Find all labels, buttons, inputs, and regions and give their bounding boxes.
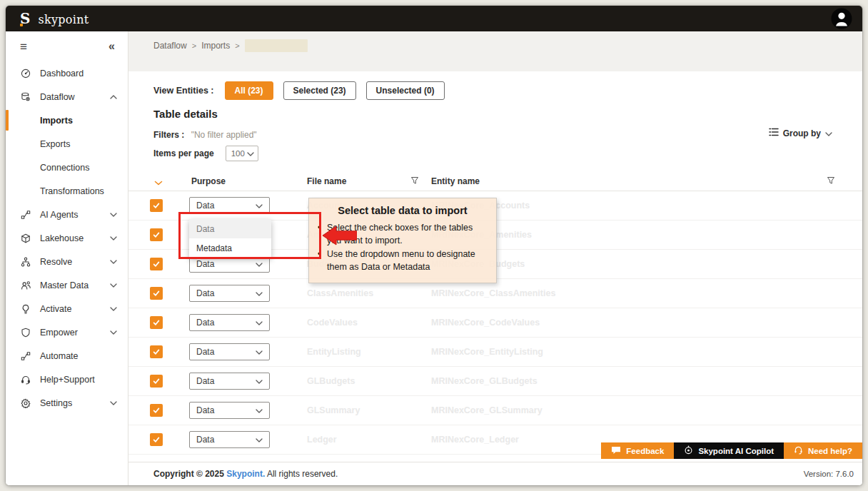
chevron-down-icon — [256, 347, 263, 357]
purpose-select[interactable]: Data — [189, 314, 270, 331]
file-name-cell: GLSummary — [307, 405, 431, 415]
sidebar-item-imports[interactable]: Imports — [6, 108, 128, 132]
chevron-down-icon — [256, 376, 263, 386]
filters-value: "No filter applied" — [191, 130, 257, 140]
entity-filter-button-all-23[interactable]: All (23) — [225, 81, 273, 100]
purpose-select[interactable]: Data — [189, 373, 270, 390]
chevron-down-icon — [256, 259, 263, 269]
sidebar-item-dataflow[interactable]: Dataflow — [6, 85, 128, 108]
filter-funnel-icon[interactable] — [827, 176, 835, 187]
sidebar-item-label: Master Data — [40, 280, 109, 290]
sidebar-item-settings[interactable]: Settings — [6, 391, 128, 415]
chevron-down-icon — [109, 260, 118, 264]
select-all-chevron-icon[interactable] — [154, 178, 163, 188]
chevron-down-icon — [247, 149, 254, 158]
sidebar-item-label: Help+Support — [40, 375, 109, 385]
sidebar-item-lakehouse[interactable]: Lakehouse — [6, 226, 128, 250]
callout-bullet-list: Select the check boxes for the tables yo… — [316, 221, 489, 273]
fab-feedback[interactable]: Feedback — [601, 442, 674, 459]
content-area: Dataflow>Imports> View Entities : All (2… — [128, 31, 862, 485]
row-checkbox[interactable] — [150, 316, 163, 329]
purpose-select[interactable]: Data — [189, 431, 270, 448]
row-checkbox[interactable] — [150, 404, 163, 417]
column-header-purpose: Purpose — [191, 176, 226, 186]
skypoint-logo[interactable]: S skypoint — [20, 11, 89, 26]
fab-need-help[interactable]: Need help? — [784, 442, 862, 459]
dashboard-icon — [20, 68, 31, 79]
purpose-select[interactable]: Data — [189, 343, 270, 360]
chevron-down-icon — [256, 201, 263, 211]
column-header-entity-name: Entity name — [431, 176, 480, 186]
entity-filter-button-unselected-0[interactable]: Unselected (0) — [366, 81, 445, 100]
dropdown-option-metadata[interactable]: Metadata — [189, 238, 271, 258]
callout-bullet: Use the dropdown menu to designate them … — [316, 248, 489, 273]
row-checkbox[interactable] — [150, 345, 163, 358]
entity-name-cell: MRINexCore_ClassAmenities — [431, 288, 862, 298]
hamburger-icon[interactable]: ≡ — [20, 41, 27, 53]
ai-agents-icon — [20, 209, 31, 220]
callout-bullet: Select the check boxes for the tables yo… — [316, 221, 489, 247]
table-row: Data CodeValues MRINexCore_CodeValues — [128, 308, 862, 338]
dropdown-option-data[interactable]: Data — [189, 219, 271, 238]
chevron-down-icon — [109, 330, 118, 335]
skypoint-footer-link[interactable]: Skypoint. — [226, 469, 265, 479]
row-checkbox[interactable] — [150, 228, 163, 241]
row-checkbox[interactable] — [150, 199, 163, 212]
sidebar-item-automate[interactable]: Automate — [6, 344, 128, 368]
sidebar-item-dashboard[interactable]: Dashboard — [6, 61, 128, 85]
items-per-page-select[interactable]: 100 — [226, 146, 258, 161]
entity-filter-button-selected-23[interactable]: Selected (23) — [283, 81, 356, 100]
collapse-double-chevron-icon[interactable]: « — [108, 41, 115, 52]
group-by-control[interactable]: Group by — [769, 128, 832, 138]
main-panel: View Entities : All (23)Selected (23)Uns… — [128, 71, 862, 485]
row-checkbox[interactable] — [150, 258, 163, 270]
sidebar-item-label: Dataflow — [40, 92, 109, 102]
sidebar-item-ai-agents[interactable]: AI Agents — [6, 203, 128, 226]
feedback-bubble-icon — [611, 446, 621, 456]
purpose-select[interactable]: Data — [189, 255, 270, 273]
sidebar-item-transformations[interactable]: Transformations — [6, 179, 128, 203]
sidebar-item-exports[interactable]: Exports — [6, 132, 128, 156]
row-checkbox[interactable] — [150, 287, 163, 300]
sidebar-item-label: Connections — [40, 163, 109, 173]
filters-row: Filters : "No filter applied" — [153, 130, 257, 140]
sidebar-item-empower[interactable]: Empower — [6, 320, 128, 344]
fab-skypoint-ai-copilot[interactable]: Skypoint AI Copilot — [674, 442, 784, 459]
sidebar-item-resolve[interactable]: Resolve — [6, 250, 128, 273]
chevron-down-icon — [825, 128, 832, 138]
table-row: Data GLBudgets MRINexCore_GLBudgets — [128, 367, 862, 396]
user-avatar-icon[interactable] — [831, 8, 852, 29]
row-checkbox[interactable] — [150, 375, 163, 388]
purpose-select[interactable]: Data — [189, 402, 270, 419]
view-entities-label: View Entities : — [153, 86, 214, 96]
sidebar-item-label: Activate — [40, 304, 109, 314]
sidebar-item-label: Settings — [40, 398, 109, 408]
chevron-down-icon — [109, 283, 118, 288]
sidebar-item-label: Automate — [40, 351, 109, 361]
logo-orange-dot — [20, 24, 23, 26]
callout-title: Select table data to import — [316, 205, 489, 216]
breadcrumb-item-imports[interactable]: Imports — [201, 41, 230, 51]
items-per-page-label: Items per page — [153, 148, 214, 158]
sidebar-item-help-support[interactable]: Help+Support — [6, 368, 128, 391]
sidebar-item-label: Lakehouse — [40, 233, 109, 243]
annotation-callout: Select table data to import Select the c… — [308, 198, 497, 283]
purpose-select[interactable]: Data — [189, 197, 270, 214]
filters-label: Filters : — [153, 130, 184, 140]
purpose-select-value: Data — [196, 259, 214, 269]
empower-icon — [20, 327, 31, 338]
chevron-down-icon — [256, 405, 263, 415]
breadcrumb-item-dataflow[interactable]: Dataflow — [153, 41, 187, 51]
fab-label: Skypoint AI Copilot — [698, 447, 774, 455]
sidebar-item-master-data[interactable]: Master Data — [6, 273, 128, 297]
copilot-icon — [684, 445, 693, 456]
purpose-select[interactable]: Data — [189, 285, 270, 302]
row-checkbox[interactable] — [150, 433, 163, 446]
chevron-down-icon — [109, 236, 118, 241]
sidebar-item-connections[interactable]: Connections — [6, 156, 128, 179]
table-row: Data EntityListing MRINexCore_EntityList… — [128, 338, 862, 367]
sidebar-item-activate[interactable]: Activate — [6, 297, 128, 320]
entity-filter-buttons: All (23)Selected (23)Unselected (0) — [225, 81, 455, 100]
filter-funnel-icon[interactable] — [410, 176, 419, 187]
sidebar-item-label: Transformations — [40, 186, 109, 196]
